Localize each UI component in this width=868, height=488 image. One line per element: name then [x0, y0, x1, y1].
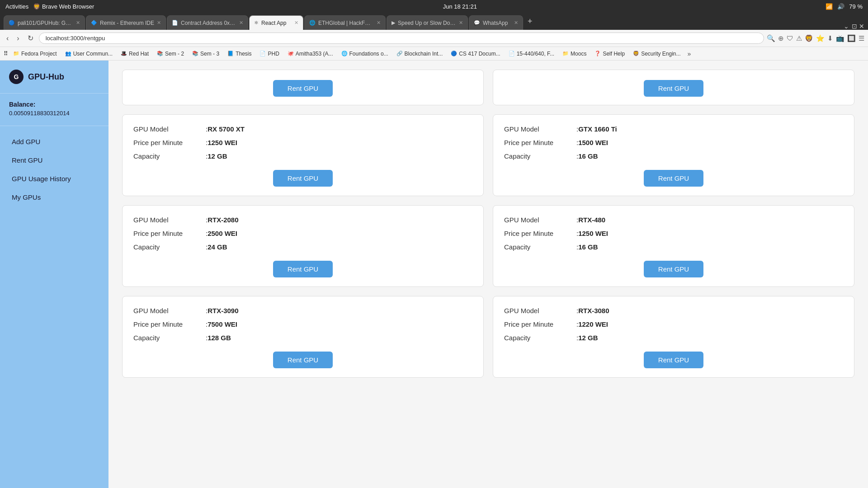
sidebar-logo: G GPU-Hub [0, 70, 108, 94]
tab-contract[interactable]: 📄 Contract Address 0x12b63ac... ✕ [167, 15, 248, 30]
gpu-capacity-field-rtx3090: Capacity : 128 GB [133, 333, 472, 343]
extension-icon[interactable]: ⊕ [778, 34, 784, 42]
tab-list-icon[interactable]: ⌄ [844, 23, 849, 30]
rent-gpu-button-partial-right[interactable]: Rent GPU [644, 80, 703, 97]
gpu-model-field-gtx1660: GPU Model : GTX 1660 Ti [504, 124, 843, 135]
rent-gpu-button-rtx3090[interactable]: Rent GPU [273, 352, 333, 368]
cast-icon[interactable]: 📺 [836, 34, 844, 42]
bookmark-phd[interactable]: 📄 PHD [256, 50, 282, 58]
bookmark-foundations[interactable]: 🌐 Foundations o... [338, 50, 392, 58]
sidebar-logo-text: GPU-Hub [28, 72, 64, 82]
tab-speedvideo[interactable]: ▶ Speed Up or Slow Down Vide... ✕ [387, 15, 468, 30]
gpu-model-label-rtx3090: GPU Model [133, 305, 206, 316]
menu-icon[interactable]: ☰ [859, 34, 864, 42]
tab-reactapp[interactable]: ⚛ React App ✕ [249, 15, 303, 30]
gpu-capacity-value-rtx2080: 24 GB [208, 242, 227, 253]
sidebar-item-my-gpus[interactable]: My GPUs [5, 189, 103, 206]
tab-favicon-speedvideo: ▶ [392, 20, 395, 26]
gpu-price-field-rx5700: Price per Minute : 1250 WEI [133, 137, 472, 148]
rent-gpu-button-gtx1660[interactable]: Rent GPU [644, 170, 703, 187]
gpu-capacity-label-rtx3090: Capacity [133, 333, 206, 343]
search-icon[interactable]: 🔍 [767, 34, 775, 42]
gpu-model-value-gtx1660: GTX 1660 Ti [578, 124, 617, 135]
gpu-model-field-rtx2080: GPU Model : RTX-2080 [133, 215, 472, 225]
rent-gpu-button-rtx3080[interactable]: Rent GPU [644, 352, 703, 368]
tab-remix[interactable]: 🔷 Remix - Ethereum IDE ✕ [86, 15, 166, 30]
rent-gpu-button-rtx480[interactable]: Rent GPU [644, 261, 703, 277]
tab-close-remix[interactable]: ✕ [157, 20, 161, 26]
bookmark-icon-sem3: 📚 [192, 51, 198, 56]
bookmark-sem2[interactable]: 📚 Sem - 2 [154, 50, 187, 58]
gpu-price-label-rtx3080: Price per Minute [504, 319, 576, 330]
bookmark-amitha[interactable]: 🐙 Amitha353 (A... [284, 50, 336, 58]
back-button[interactable]: ‹ [4, 33, 11, 44]
tab-favicon-reactapp: ⚛ [254, 20, 259, 26]
sidebar-item-add-gpu[interactable]: Add GPU [5, 133, 103, 150]
bookmark-cs417[interactable]: 🔵 CS 417 Docum... [448, 50, 503, 58]
gpu-model-field-rtx3090: GPU Model : RTX-3090 [133, 305, 472, 316]
bookmark-icon-security: 🦁 [633, 51, 639, 56]
tab-close-gpuhub[interactable]: ✕ [76, 20, 80, 26]
gpu-model-label-rtx2080: GPU Model [133, 215, 206, 225]
tab-label-contract: Contract Address 0x12b63ac... [181, 20, 236, 26]
reload-button[interactable]: ↻ [25, 32, 36, 44]
bookmark-15440[interactable]: 📄 15-440/640, F... [505, 50, 557, 58]
tab-label-gpuhub: pali101/GPUHub: GPUHub - D... [18, 20, 73, 26]
bookmark-security[interactable]: 🦁 Security Engin... [630, 50, 684, 58]
star-icon[interactable]: ⭐ [816, 34, 825, 42]
gpu-price-field-gtx1660: Price per Minute : 1500 WEI [504, 137, 843, 148]
activities-label[interactable]: Activities [5, 3, 28, 10]
sidebar-item-rent-gpu[interactable]: Rent GPU [5, 152, 103, 169]
gpu-row-3: GPU Model : RTX-3090 Price per Minute : … [122, 296, 854, 378]
rent-gpu-button-partial-left[interactable]: Rent GPU [273, 80, 333, 97]
download-icon[interactable]: ⬇ [827, 34, 833, 42]
bookmark-icon-usercommun: 👥 [65, 51, 71, 56]
rent-gpu-button-rtx2080[interactable]: Rent GPU [273, 261, 333, 277]
sidebar-item-usage-history[interactable]: GPU Usage History [5, 170, 103, 187]
tab-ethglobal[interactable]: 🌐 ETHGlobal | HackFS 2023 ✕ [304, 15, 386, 30]
sidebar: G GPU-Hub Balance: 0.00509118830312014 A… [0, 61, 108, 488]
tab-favicon-ethglobal: 🌐 [309, 20, 316, 26]
sidebar-balance: Balance: 0.00509118830312014 [0, 101, 108, 126]
bookmark-icon-blockchain: 🔗 [396, 51, 403, 56]
gpu-card-rtx3080: GPU Model : RTX-3080 Price per Minute : … [493, 296, 854, 378]
bookmark-fedora[interactable]: 📁 Fedora Project [10, 50, 60, 58]
bookmark-thesis[interactable]: 📘 Thesis [224, 50, 255, 58]
gpu-capacity-value-rtx3080: 12 GB [578, 333, 598, 343]
gpu-price-label-gtx1660: Price per Minute [504, 137, 576, 148]
forward-button[interactable]: › [14, 33, 22, 44]
bookmark-icon-moocs: 📁 [562, 51, 569, 56]
bookmark-sem3[interactable]: 📚 Sem - 3 [189, 50, 222, 58]
tab-close-reactapp[interactable]: ✕ [294, 20, 298, 26]
tab-bar: 🔵 pali101/GPUHub: GPUHub - D... ✕ 🔷 Remi… [0, 13, 868, 30]
tab-favicon-gpuhub: 🔵 [9, 20, 15, 26]
tab-close-whatsapp[interactable]: ✕ [514, 20, 518, 26]
bookmarks-more-button[interactable]: » [688, 50, 691, 57]
tab-whatsapp[interactable]: 💬 WhatsApp ✕ [469, 15, 523, 30]
bookmarks-bar: ⠿ 📁 Fedora Project 👥 User Commun... 🎩 Re… [0, 47, 868, 61]
wifi-icon: 📶 [826, 3, 833, 10]
tab-close-speedvideo[interactable]: ✕ [459, 20, 463, 26]
content-area: Rent GPU Rent GPU GPU Model : RX 5700 XT… [108, 61, 868, 488]
gpu-model-value-rtx3090: RTX-3090 [208, 305, 238, 316]
gpu-price-label-rtx480: Price per Minute [504, 228, 576, 239]
bookmark-redhat[interactable]: 🎩 Red Hat [118, 50, 152, 58]
tab-label-remix: Remix - Ethereum IDE [100, 20, 154, 26]
bookmark-blockchain[interactable]: 🔗 Blockchain Int... [393, 50, 446, 58]
gpu-price-value-rx5700: 1250 WEI [208, 137, 237, 148]
new-tab-button[interactable]: + [524, 17, 536, 26]
gpu-card-rtx2080: GPU Model : RTX-2080 Price per Minute : … [122, 205, 484, 287]
tab-gpuhub[interactable]: 🔵 pali101/GPUHub: GPUHub - D... ✕ [4, 15, 85, 30]
bookmark-selfhelp[interactable]: ❓ Self Help [591, 50, 628, 58]
bookmark-usercommun[interactable]: 👥 User Commun... [62, 50, 116, 58]
gpu-capacity-field-rtx480: Capacity : 16 GB [504, 242, 843, 253]
gpu-price-value-rtx3080: 1220 WEI [578, 319, 608, 330]
tab-close-contract[interactable]: ✕ [239, 20, 243, 26]
bookmark-moocs[interactable]: 📁 Moocs [559, 50, 590, 58]
zoom-icon[interactable]: 🔲 [847, 34, 856, 42]
bookmarks-apps-icon[interactable]: ⠿ [4, 50, 8, 57]
sidebar-logo-icon: G [9, 70, 24, 84]
rent-gpu-button-rx5700[interactable]: Rent GPU [273, 170, 333, 187]
tab-close-ethglobal[interactable]: ✕ [377, 20, 381, 26]
address-input[interactable] [39, 33, 764, 44]
